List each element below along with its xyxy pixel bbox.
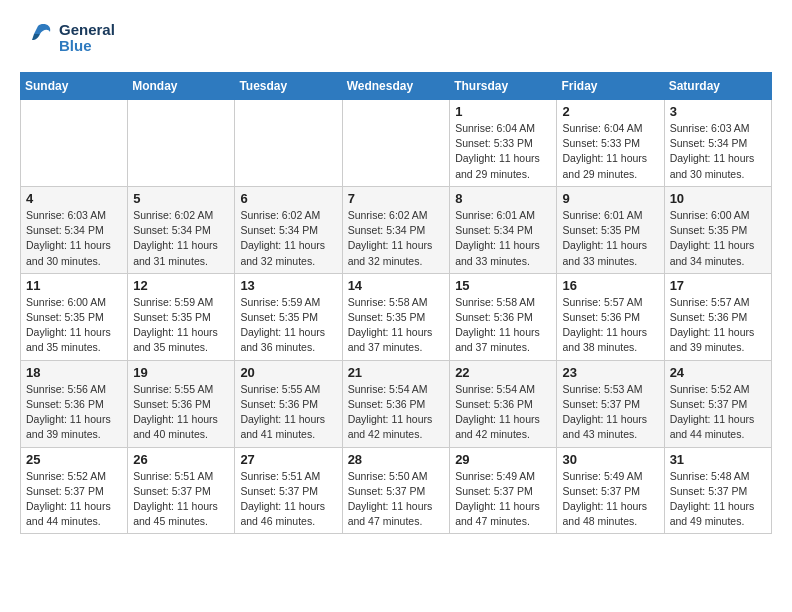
day-info: Sunrise: 5:58 AM Sunset: 5:35 PM Dayligh… (348, 295, 445, 356)
day-number: 10 (670, 191, 766, 206)
weekday-header-tuesday: Tuesday (235, 73, 342, 100)
calendar-body: 1Sunrise: 6:04 AM Sunset: 5:33 PM Daylig… (21, 100, 772, 534)
day-info: Sunrise: 6:00 AM Sunset: 5:35 PM Dayligh… (670, 208, 766, 269)
day-number: 9 (562, 191, 658, 206)
day-number: 19 (133, 365, 229, 380)
weekday-header-thursday: Thursday (450, 73, 557, 100)
calendar-week-1: 1Sunrise: 6:04 AM Sunset: 5:33 PM Daylig… (21, 100, 772, 187)
day-number: 22 (455, 365, 551, 380)
day-info: Sunrise: 6:04 AM Sunset: 5:33 PM Dayligh… (455, 121, 551, 182)
day-number: 8 (455, 191, 551, 206)
weekday-header-wednesday: Wednesday (342, 73, 450, 100)
calendar-cell: 13Sunrise: 5:59 AM Sunset: 5:35 PM Dayli… (235, 273, 342, 360)
day-info: Sunrise: 6:03 AM Sunset: 5:34 PM Dayligh… (670, 121, 766, 182)
calendar-cell: 17Sunrise: 5:57 AM Sunset: 5:36 PM Dayli… (664, 273, 771, 360)
calendar-cell: 4Sunrise: 6:03 AM Sunset: 5:34 PM Daylig… (21, 186, 128, 273)
day-info: Sunrise: 5:49 AM Sunset: 5:37 PM Dayligh… (455, 469, 551, 530)
weekday-header-saturday: Saturday (664, 73, 771, 100)
day-info: Sunrise: 5:51 AM Sunset: 5:37 PM Dayligh… (240, 469, 336, 530)
day-info: Sunrise: 6:01 AM Sunset: 5:34 PM Dayligh… (455, 208, 551, 269)
calendar-cell: 19Sunrise: 5:55 AM Sunset: 5:36 PM Dayli… (128, 360, 235, 447)
calendar-table: SundayMondayTuesdayWednesdayThursdayFrid… (20, 72, 772, 534)
calendar-cell: 6Sunrise: 6:02 AM Sunset: 5:34 PM Daylig… (235, 186, 342, 273)
calendar-cell: 25Sunrise: 5:52 AM Sunset: 5:37 PM Dayli… (21, 447, 128, 534)
day-number: 18 (26, 365, 122, 380)
weekday-header-sunday: Sunday (21, 73, 128, 100)
calendar-cell: 24Sunrise: 5:52 AM Sunset: 5:37 PM Dayli… (664, 360, 771, 447)
day-info: Sunrise: 5:55 AM Sunset: 5:36 PM Dayligh… (240, 382, 336, 443)
day-number: 25 (26, 452, 122, 467)
day-number: 16 (562, 278, 658, 293)
day-info: Sunrise: 6:04 AM Sunset: 5:33 PM Dayligh… (562, 121, 658, 182)
day-number: 21 (348, 365, 445, 380)
calendar-cell: 22Sunrise: 5:54 AM Sunset: 5:36 PM Dayli… (450, 360, 557, 447)
day-info: Sunrise: 5:50 AM Sunset: 5:37 PM Dayligh… (348, 469, 445, 530)
calendar-cell: 2Sunrise: 6:04 AM Sunset: 5:33 PM Daylig… (557, 100, 664, 187)
calendar-cell: 5Sunrise: 6:02 AM Sunset: 5:34 PM Daylig… (128, 186, 235, 273)
day-number: 11 (26, 278, 122, 293)
day-info: Sunrise: 6:02 AM Sunset: 5:34 PM Dayligh… (348, 208, 445, 269)
calendar-cell: 7Sunrise: 6:02 AM Sunset: 5:34 PM Daylig… (342, 186, 450, 273)
weekday-header-friday: Friday (557, 73, 664, 100)
calendar-cell: 9Sunrise: 6:01 AM Sunset: 5:35 PM Daylig… (557, 186, 664, 273)
page-header: General Blue (20, 20, 772, 56)
day-number: 3 (670, 104, 766, 119)
day-number: 2 (562, 104, 658, 119)
day-info: Sunrise: 6:01 AM Sunset: 5:35 PM Dayligh… (562, 208, 658, 269)
day-info: Sunrise: 5:53 AM Sunset: 5:37 PM Dayligh… (562, 382, 658, 443)
calendar-cell: 28Sunrise: 5:50 AM Sunset: 5:37 PM Dayli… (342, 447, 450, 534)
day-number: 27 (240, 452, 336, 467)
day-number: 24 (670, 365, 766, 380)
calendar-cell: 8Sunrise: 6:01 AM Sunset: 5:34 PM Daylig… (450, 186, 557, 273)
calendar-cell (342, 100, 450, 187)
calendar-cell: 10Sunrise: 6:00 AM Sunset: 5:35 PM Dayli… (664, 186, 771, 273)
calendar-cell (21, 100, 128, 187)
calendar-cell: 3Sunrise: 6:03 AM Sunset: 5:34 PM Daylig… (664, 100, 771, 187)
day-info: Sunrise: 5:57 AM Sunset: 5:36 PM Dayligh… (670, 295, 766, 356)
day-number: 5 (133, 191, 229, 206)
day-number: 29 (455, 452, 551, 467)
day-info: Sunrise: 5:56 AM Sunset: 5:36 PM Dayligh… (26, 382, 122, 443)
day-info: Sunrise: 5:58 AM Sunset: 5:36 PM Dayligh… (455, 295, 551, 356)
calendar-cell: 16Sunrise: 5:57 AM Sunset: 5:36 PM Dayli… (557, 273, 664, 360)
day-number: 31 (670, 452, 766, 467)
day-info: Sunrise: 5:57 AM Sunset: 5:36 PM Dayligh… (562, 295, 658, 356)
calendar-week-2: 4Sunrise: 6:03 AM Sunset: 5:34 PM Daylig… (21, 186, 772, 273)
logo-general: General (59, 22, 115, 39)
day-number: 1 (455, 104, 551, 119)
calendar-cell: 23Sunrise: 5:53 AM Sunset: 5:37 PM Dayli… (557, 360, 664, 447)
calendar-week-4: 18Sunrise: 5:56 AM Sunset: 5:36 PM Dayli… (21, 360, 772, 447)
calendar-cell: 30Sunrise: 5:49 AM Sunset: 5:37 PM Dayli… (557, 447, 664, 534)
day-info: Sunrise: 5:54 AM Sunset: 5:36 PM Dayligh… (455, 382, 551, 443)
logo-bird-icon (20, 20, 56, 56)
day-number: 14 (348, 278, 445, 293)
day-info: Sunrise: 5:55 AM Sunset: 5:36 PM Dayligh… (133, 382, 229, 443)
day-number: 30 (562, 452, 658, 467)
day-number: 6 (240, 191, 336, 206)
day-number: 23 (562, 365, 658, 380)
day-number: 20 (240, 365, 336, 380)
calendar-cell: 11Sunrise: 6:00 AM Sunset: 5:35 PM Dayli… (21, 273, 128, 360)
day-info: Sunrise: 6:02 AM Sunset: 5:34 PM Dayligh… (240, 208, 336, 269)
day-info: Sunrise: 6:02 AM Sunset: 5:34 PM Dayligh… (133, 208, 229, 269)
calendar-week-3: 11Sunrise: 6:00 AM Sunset: 5:35 PM Dayli… (21, 273, 772, 360)
day-info: Sunrise: 5:52 AM Sunset: 5:37 PM Dayligh… (26, 469, 122, 530)
calendar-cell (235, 100, 342, 187)
calendar-cell: 15Sunrise: 5:58 AM Sunset: 5:36 PM Dayli… (450, 273, 557, 360)
day-info: Sunrise: 5:49 AM Sunset: 5:37 PM Dayligh… (562, 469, 658, 530)
calendar-cell: 27Sunrise: 5:51 AM Sunset: 5:37 PM Dayli… (235, 447, 342, 534)
day-number: 17 (670, 278, 766, 293)
day-number: 15 (455, 278, 551, 293)
day-number: 26 (133, 452, 229, 467)
weekday-header-monday: Monday (128, 73, 235, 100)
calendar-header-row: SundayMondayTuesdayWednesdayThursdayFrid… (21, 73, 772, 100)
calendar-cell: 21Sunrise: 5:54 AM Sunset: 5:36 PM Dayli… (342, 360, 450, 447)
calendar-cell: 18Sunrise: 5:56 AM Sunset: 5:36 PM Dayli… (21, 360, 128, 447)
day-number: 13 (240, 278, 336, 293)
day-number: 12 (133, 278, 229, 293)
calendar-week-5: 25Sunrise: 5:52 AM Sunset: 5:37 PM Dayli… (21, 447, 772, 534)
day-number: 28 (348, 452, 445, 467)
calendar-cell (128, 100, 235, 187)
logo-blue: Blue (59, 38, 115, 55)
day-info: Sunrise: 6:00 AM Sunset: 5:35 PM Dayligh… (26, 295, 122, 356)
